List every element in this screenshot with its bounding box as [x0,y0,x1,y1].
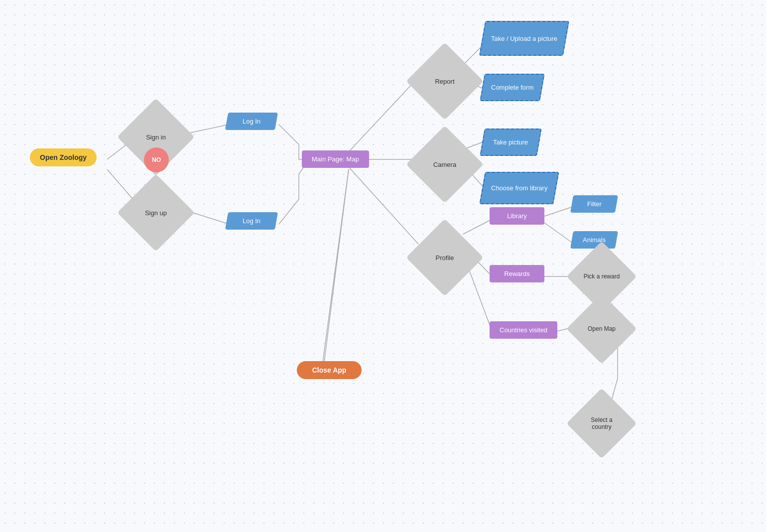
open-zoology-node: Open Zoology [30,148,97,166]
filter-node: Filter [572,195,617,213]
svg-line-12 [349,77,418,152]
open-map-node: Open Map [577,304,627,354]
animals-node: Animals [572,231,617,249]
svg-line-25 [543,222,573,243]
sign-up-node: Sign up [128,185,183,240]
report-node: Report [417,54,472,109]
countries-visited-node: Countries visited [490,321,557,339]
pick-reward-node: Pick a reward [577,252,627,301]
svg-line-16 [323,169,349,374]
take-upload-node: Take / Upload a picture [482,21,566,56]
svg-line-11 [299,167,304,174]
svg-line-15 [321,169,349,374]
take-picture-node: Take picture [482,129,539,156]
svg-line-6 [279,125,299,144]
svg-line-14 [349,167,418,244]
svg-line-24 [543,207,573,217]
close-app-node: Close App [297,361,362,379]
login-2-node: Log In [227,212,276,230]
rewards-node: Rewards [490,265,544,282]
svg-line-9 [279,199,299,224]
main-page-node: Main Page: Map [302,150,369,168]
select-country-node: Select a country [577,399,627,448]
profile-node: Profile [417,230,472,285]
complete-form-node: Complete form [482,74,542,101]
choose-library-node: Choose from library [482,172,556,204]
no-circle-node: NO [144,147,169,172]
camera-node: Camera [417,137,472,192]
library-node: Library [490,207,544,225]
login-1-node: Log In [227,113,276,130]
